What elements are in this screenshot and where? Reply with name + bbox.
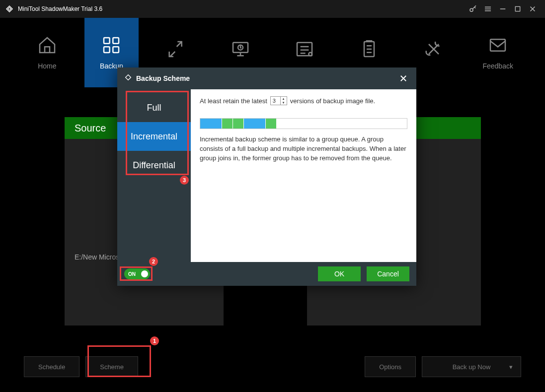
close-icon[interactable] [525,1,540,16]
backup-icon [101,35,121,55]
backup-scheme-dialog: Backup Scheme Full Incremental Different… [117,67,416,286]
dialog-close-button[interactable] [397,72,409,84]
chevron-down-icon: ▾ [509,363,513,371]
svg-point-9 [309,53,312,56]
retain-value: 3 [273,98,276,104]
svg-rect-2 [104,38,110,44]
scheme-visual-bar [200,118,407,129]
retain-prefix: At least retain the latest [200,97,267,105]
restore-icon [231,39,250,59]
svg-rect-3 [113,38,119,44]
nav-label: Home [38,62,56,70]
callout-badge-3: 3 [180,176,189,185]
incremental-block [222,119,233,129]
spinner-up-icon[interactable]: ▲ [281,97,286,101]
dialog-header: Backup Scheme [117,67,416,89]
maximize-icon[interactable] [510,1,525,16]
logs-icon [359,39,379,59]
bottom-bar: Schedule Scheme Options Back up Now ▾ [0,356,545,377]
spinner-arrows[interactable]: ▲ ▼ [280,97,286,105]
app-logo-icon [5,4,14,13]
svg-point-0 [470,8,473,11]
backup-now-label: Back up Now [453,363,491,371]
nav-feedback[interactable]: Feedback [470,18,525,87]
svg-rect-11 [490,39,505,51]
svg-rect-1 [515,6,520,11]
minimize-icon[interactable] [495,1,510,16]
scheme-enable-toggle[interactable]: ON [124,268,150,279]
scheme-option-incremental[interactable]: Incremental [117,122,191,151]
schedule-button[interactable]: Schedule [24,356,79,377]
ok-button[interactable]: OK [318,266,361,281]
retain-row: At least retain the latest 3 ▲ ▼ version… [200,96,407,105]
nav-home[interactable]: Home [20,18,75,87]
svg-rect-4 [104,47,110,53]
scheme-list: Full Incremental Differential [117,89,191,262]
source-path: E:/New Micros [75,253,119,261]
scheme-description: Incremental backup scheme is similar to … [200,135,407,163]
key-icon[interactable] [466,1,480,16]
menu-icon[interactable] [480,1,495,16]
scheme-details-pane: At least retain the latest 3 ▲ ▼ version… [191,89,416,262]
toggle-knob [141,270,148,277]
title-bar: MiniTool ShadowMaker Trial 3.6 [0,0,545,18]
callout-badge-1: 1 [150,336,159,345]
backup-now-button[interactable]: Back up Now ▾ [422,356,521,377]
options-button[interactable]: Options [365,356,416,377]
retain-suffix: versions of backup image file. [290,97,375,105]
dialog-title: Backup Scheme [136,74,190,82]
manage-icon [295,39,314,59]
retain-spinner[interactable]: 3 ▲ ▼ [270,96,287,105]
svg-rect-5 [113,47,119,53]
home-icon [37,35,57,55]
scheme-option-full[interactable]: Full [117,93,191,122]
full-block [200,119,222,129]
scheme-option-differential[interactable]: Differential [117,151,191,180]
incremental-block [233,119,244,129]
scheme-button[interactable]: Scheme [85,356,138,377]
incremental-block [266,119,277,129]
toggle-label: ON [128,271,136,277]
spinner-down-icon[interactable]: ▼ [281,101,286,105]
cancel-button[interactable]: Cancel [367,266,409,281]
app-title: MiniTool ShadowMaker Trial 3.6 [18,5,102,12]
dialog-footer: ON OK Cancel [117,262,416,286]
callout-badge-2: 2 [149,257,158,266]
feedback-icon [488,35,508,55]
full-block [244,119,266,129]
nav-label: Feedback [482,62,513,70]
sync-icon [166,39,186,59]
dialog-logo-icon [124,73,132,83]
tools-icon [424,39,444,59]
